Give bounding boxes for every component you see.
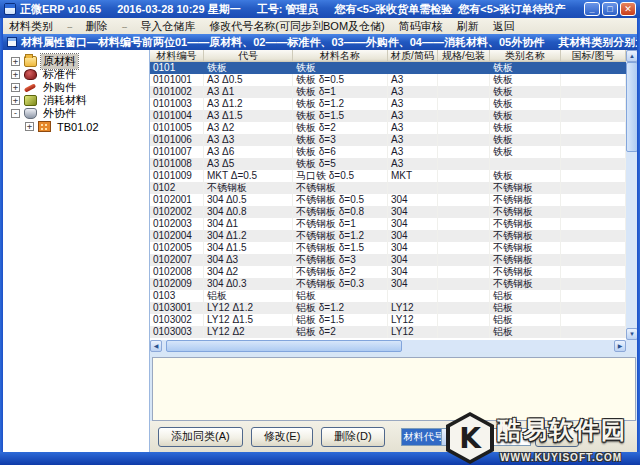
table-row[interactable]: 0102005304 Δ1.5不锈钢板 δ=1.5304不锈钢板 (150, 242, 626, 254)
expand-icon[interactable]: + (11, 57, 20, 66)
toolbar-item-delete[interactable]: 删除 (86, 19, 108, 34)
table-cell (388, 62, 438, 74)
table-cell (438, 242, 490, 254)
col-header-standard-drawing[interactable]: 国标/图号 (561, 50, 626, 62)
table-row[interactable]: 0102002304 Δ0.8不锈钢板 δ=0.8304不锈钢板 (150, 206, 626, 218)
table-cell: 304 (388, 218, 438, 230)
toolbar-item-back[interactable]: 返回 (493, 19, 515, 34)
table-row[interactable]: 0101铁板铁板铁板 (150, 62, 626, 74)
horizontal-scroll-thumb[interactable] (166, 340, 402, 352)
table-cell: 304 (388, 266, 438, 278)
table-cell (561, 278, 626, 290)
table-row[interactable]: 0103001LY12 Δ1.2铝板 δ=1.2LY12铝板 (150, 302, 626, 314)
table-cell: 铁板 (293, 62, 388, 74)
table-cell: 304 Δ1.5 (204, 242, 293, 254)
table-row[interactable]: 0101002A3 Δ1铁板 δ=1A3铁板 (150, 86, 626, 98)
table-cell: MKT (388, 170, 438, 182)
modify-button[interactable]: 修改(E) (251, 427, 314, 447)
table-row[interactable]: 0103铝板铝板铝板 (150, 290, 626, 302)
title-bar: 正微ERP v10.65 2016-03-28 10:29 星期一 工号: 管理… (0, 0, 640, 18)
toolbar-item-import-warehouse[interactable]: 导入仓储库 (140, 19, 195, 34)
notice-receipts: 您有<5>张收货单需检验 (334, 2, 452, 17)
table-cell: A3 Δ0.5 (204, 74, 293, 86)
col-header-material-name[interactable]: 材料名称 (293, 50, 388, 62)
table-row[interactable]: 0101005A3 Δ2铁板 δ=2A3铁板 (150, 122, 626, 134)
table-cell (438, 302, 490, 314)
table-cell: 0102007 (150, 254, 204, 266)
table-cell (438, 278, 490, 290)
toolbar-item-shortcode-audit[interactable]: 简码审核 (399, 19, 443, 34)
table-cell (438, 314, 490, 326)
add-same-category-button[interactable]: 添加同类(A) (158, 427, 243, 447)
table-row[interactable]: 0102001304 Δ0.5不锈钢板 δ=0.5304不锈钢板 (150, 194, 626, 206)
expand-icon[interactable]: + (11, 70, 20, 79)
table-row[interactable]: 0102004304 Δ1.2不锈钢板 δ=1.2304不锈钢板 (150, 230, 626, 242)
col-header-material-no[interactable]: 材料编号 (150, 50, 204, 62)
minimize-button[interactable]: _ (584, 2, 600, 16)
table-cell: 304 (388, 242, 438, 254)
delete-button[interactable]: 删除(D) (321, 427, 384, 447)
col-header-code[interactable]: 代号 (204, 50, 293, 62)
scroll-right-icon[interactable]: ▶ (614, 340, 626, 352)
table-row[interactable]: 0102不锈钢板不锈钢板不锈钢板 (150, 182, 626, 194)
table-cell (438, 62, 490, 74)
notice-orders: 您有<5>张订单待投产 (458, 2, 565, 17)
toolbar-separator: -- (122, 21, 127, 32)
table-row[interactable]: 0102009304 Δ0.3不锈钢板 δ=0.3304不锈钢板 (150, 278, 626, 290)
table-cell: A3 Δ1 (204, 86, 293, 98)
table-cell (561, 194, 626, 206)
table-row[interactable]: 0101001A3 Δ0.5铁板 δ=0.5A3铁板 (150, 74, 626, 86)
form-icon (7, 37, 17, 47)
table-cell: 0101004 (150, 110, 204, 122)
table-cell: 不锈钢板 (490, 206, 561, 218)
toolbar: 材料类别 -- 删除 -- 导入仓储库 修改代号名称(可同步到BOM及仓储) 简… (3, 18, 637, 34)
table-row[interactable]: 0102007304 Δ3不锈钢板 δ=3304不锈钢板 (150, 254, 626, 266)
table-row[interactable]: 0101003A3 Δ1.2铁板 δ=1.2A3铁板 (150, 98, 626, 110)
table-row[interactable]: 0101004A3 Δ1.5铁板 δ=1.5A3铁板 (150, 110, 626, 122)
table-row[interactable]: 0103003LY12 Δ2铝板 δ=2LY12铝板 (150, 326, 626, 338)
app-title: 正微ERP v10.65 (20, 2, 101, 17)
table-row[interactable]: 0102008304 Δ2不锈钢板 δ=2304不锈钢板 (150, 266, 626, 278)
material-table: 材料编号 代号 材料名称 材质/简码 规格/包装 类别名称 国标/图号 0101… (150, 50, 626, 340)
table-row[interactable]: 0101006A3 Δ3铁板 δ=3A3铁板 (150, 134, 626, 146)
table-cell: 铁板 (490, 134, 561, 146)
expand-icon[interactable]: + (11, 83, 20, 92)
expand-icon[interactable]: + (25, 122, 34, 131)
table-cell: 0102009 (150, 278, 204, 290)
close-button[interactable]: ✕ (620, 2, 636, 16)
scroll-left-icon[interactable]: ◀ (150, 340, 162, 352)
table-cell: 0102001 (150, 194, 204, 206)
table-cell: 304 Δ1 (204, 218, 293, 230)
table-cell: 不锈钢板 (490, 194, 561, 206)
table-row[interactable]: 0103002LY12 Δ1.5铝板 δ=1.5LY12铝板 (150, 314, 626, 326)
consumable-icon (24, 95, 37, 106)
table-cell: A3 Δ5 (204, 158, 293, 170)
toolbar-item-modify-code-name[interactable]: 修改代号名称(可同步到BOM及仓储) (209, 19, 384, 34)
maximize-button[interactable]: □ (602, 2, 618, 16)
tree-item-outsourced-parts[interactable]: - 外协件 (3, 107, 149, 120)
table-cell: 不锈钢板 (490, 182, 561, 194)
horizontal-scrollbar[interactable]: ◀ ▶ (150, 340, 626, 352)
tree-item-tb01-02[interactable]: + TB01.02 (3, 120, 149, 133)
collapse-icon[interactable]: - (11, 109, 20, 118)
standard-part-icon (24, 69, 37, 80)
col-header-spec-packing[interactable]: 规格/包装 (438, 50, 490, 62)
table-row[interactable]: 0102003304 Δ1不锈钢板 δ=1304不锈钢板 (150, 218, 626, 230)
table-cell: A3 Δ6 (204, 146, 293, 158)
table-cell: 铝板 (293, 290, 388, 302)
table-row[interactable]: 0101007A3 Δ6铁板 δ=6A3铁板 (150, 146, 626, 158)
table-cell: 0103002 (150, 314, 204, 326)
table-cell (561, 146, 626, 158)
toolbar-item-refresh[interactable]: 刷新 (457, 19, 479, 34)
expand-icon[interactable]: + (11, 96, 20, 105)
table-cell: 铁板 (490, 98, 561, 110)
table-cell: 0101008 (150, 158, 204, 170)
table-row[interactable]: 0101009MKT Δ=0.5马口铁 δ=0.5MKT铁板 (150, 170, 626, 182)
col-header-material-shortcode[interactable]: 材质/简码 (388, 50, 438, 62)
col-header-category-name[interactable]: 类别名称 (490, 50, 561, 62)
table-cell (561, 206, 626, 218)
table-cell (438, 218, 490, 230)
table-row[interactable]: 0101008A3 Δ5铁板 δ=5A3 (150, 158, 626, 170)
toolbar-item-material-category[interactable]: 材料类别 (9, 19, 53, 34)
table-cell: 马口铁 δ=0.5 (293, 170, 388, 182)
